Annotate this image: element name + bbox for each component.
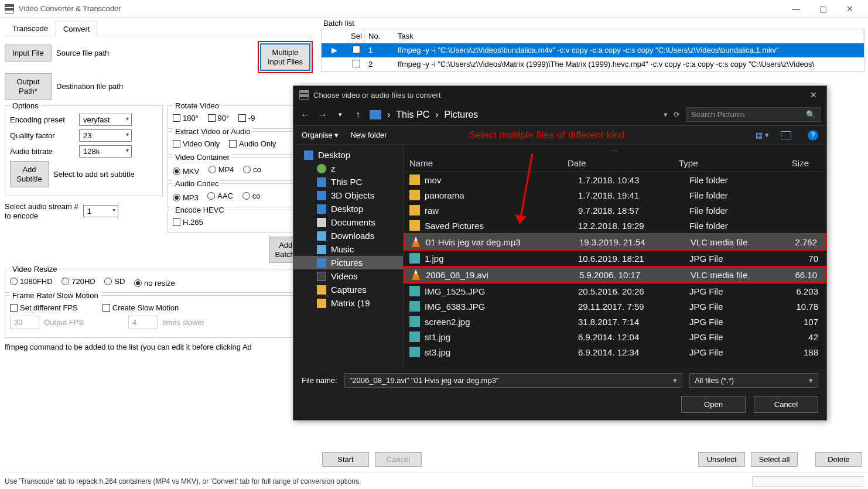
file-icon bbox=[409, 286, 420, 296]
tree-node[interactable]: Desktop bbox=[293, 148, 403, 162]
output-path-button[interactable]: Output Path* bbox=[5, 73, 52, 100]
h265-checkbox[interactable]: H.265 bbox=[173, 218, 203, 227]
multiple-input-button[interactable]: Multiple Input Files bbox=[260, 43, 310, 71]
source-path-label: Source file path bbox=[56, 49, 109, 57]
codec-co-radio[interactable]: co bbox=[242, 192, 261, 200]
container-mkv-radio[interactable]: MKV bbox=[173, 167, 199, 176]
file-row[interactable]: 01 Hvis jeg var deg.mp319.3.2019. 21:54V… bbox=[405, 234, 825, 249]
file-row[interactable]: raw9.7.2018. 18:57File folder bbox=[404, 203, 826, 218]
rotate-90-checkbox[interactable]: 90° bbox=[208, 114, 230, 122]
status-bar: Use 'Transcode' tab to repack h.264 cont… bbox=[0, 473, 868, 489]
unselect-button[interactable]: Unselect bbox=[698, 452, 745, 467]
crumb-dropdown-icon[interactable]: ▾ bbox=[664, 110, 668, 119]
file-filter-select[interactable]: All files (*.*) bbox=[689, 373, 818, 388]
container-mp4-radio[interactable]: MP4 bbox=[209, 165, 234, 174]
video-only-checkbox[interactable]: Video Only bbox=[173, 139, 220, 148]
tree-node[interactable]: Music bbox=[293, 242, 403, 256]
preview-pane-button[interactable] bbox=[781, 131, 791, 139]
tree-node[interactable]: Captures bbox=[293, 283, 403, 296]
add-subtitle-button[interactable]: Add Subtitle bbox=[10, 161, 49, 187]
file-row[interactable]: IMG_6383.JPG29.11.2017. 7:59JPG File10.7… bbox=[404, 299, 826, 314]
batch-col-task[interactable]: Task bbox=[394, 29, 864, 43]
encoding-preset-select[interactable]: veryfast bbox=[79, 114, 132, 126]
rotate-180-checkbox[interactable]: 180° bbox=[173, 114, 199, 122]
tree-node[interactable]: Videos bbox=[293, 269, 403, 283]
delete-button[interactable]: Delete bbox=[815, 452, 862, 467]
filename-input[interactable]: "2006_08_19.avi" "01 Hvis jeg var deg.mp… bbox=[344, 373, 682, 388]
file-row[interactable]: screen2.jpg31.8.2017. 7:14JPG File107 bbox=[404, 314, 826, 329]
batch-col-no[interactable]: No. bbox=[365, 29, 394, 43]
batch-col-sel[interactable]: Sel bbox=[347, 29, 365, 43]
tree-node[interactable]: Documents bbox=[293, 216, 403, 229]
resize-720-radio[interactable]: 720HD bbox=[61, 277, 95, 286]
col-size[interactable]: Size bbox=[761, 158, 821, 168]
audio-only-checkbox[interactable]: Audio Only bbox=[229, 139, 276, 148]
file-row[interactable]: st1.jpg6.9.2014. 12:04JPG File42 bbox=[404, 329, 826, 344]
tree-node[interactable]: This PC bbox=[293, 175, 403, 189]
codec-mp3-radio[interactable]: MP3 bbox=[173, 193, 199, 202]
batch-row[interactable]: 2ffmpeg -y -i "C:\Users\z\Videos\Matrix … bbox=[322, 57, 864, 71]
tree-node[interactable]: Matrix (19 bbox=[293, 296, 403, 310]
app-icon bbox=[5, 4, 14, 13]
output-fps-input[interactable] bbox=[10, 316, 39, 329]
input-file-button[interactable]: Input File bbox=[5, 45, 52, 61]
cancel-button[interactable]: Cancel bbox=[375, 452, 422, 467]
set-fps-checkbox[interactable]: Set different FPS bbox=[10, 303, 78, 312]
minimize-button[interactable]: — bbox=[782, 0, 809, 18]
tab-transcode[interactable]: Transcode bbox=[5, 21, 56, 36]
nav-recent-button[interactable]: ▾ bbox=[334, 111, 346, 118]
file-row[interactable]: 1.jpg10.6.2019. 18:21JPG File70 bbox=[404, 251, 826, 266]
audio-bitrate-select[interactable]: 128k bbox=[79, 145, 132, 158]
dialog-close-button[interactable]: ✕ bbox=[807, 90, 821, 100]
col-name[interactable]: Name bbox=[409, 158, 568, 168]
quality-factor-select[interactable]: 23 bbox=[79, 129, 132, 142]
nav-back-button[interactable]: ← bbox=[299, 110, 311, 120]
folder-tree[interactable]: DesktopzThis PC3D ObjectsDesktopDocument… bbox=[293, 145, 404, 367]
resize-none-radio[interactable]: no resize bbox=[134, 279, 175, 288]
file-row[interactable]: mov1.7.2018. 10:43File folder bbox=[404, 172, 826, 187]
scroll-up-hint[interactable]: ︿ bbox=[404, 145, 826, 155]
batch-row[interactable]: ▶1ffmpeg -y -i "C:\Users\z\Videos\bundal… bbox=[322, 43, 864, 57]
tree-node[interactable]: Desktop bbox=[293, 202, 403, 216]
file-row[interactable]: st3.jpg6.9.2014. 12:34JPG File188 bbox=[404, 344, 826, 360]
start-button[interactable]: Start bbox=[322, 452, 369, 467]
maximize-button[interactable]: ▢ bbox=[809, 0, 836, 18]
options-fieldset: Options Encoding preset veryfast Quality… bbox=[5, 105, 163, 196]
new-folder-button[interactable]: New folder bbox=[350, 131, 387, 139]
file-row[interactable]: panorama1.7.2018. 19:41File folder bbox=[404, 187, 826, 203]
refresh-icon[interactable]: ⟳ bbox=[674, 110, 680, 119]
tree-node[interactable]: Pictures bbox=[293, 256, 403, 269]
resize-sd-radio[interactable]: SD bbox=[104, 277, 125, 286]
nav-up-button[interactable]: ↑ bbox=[352, 110, 364, 120]
audio-bitrate-label: Audio bitrate bbox=[10, 147, 74, 156]
quality-factor-label: Quality factor bbox=[10, 131, 74, 140]
col-type[interactable]: Type bbox=[679, 158, 761, 168]
resize-1080-radio[interactable]: 1080FHD bbox=[10, 277, 53, 286]
organise-menu[interactable]: Organise ▾ bbox=[302, 131, 339, 139]
container-co-radio[interactable]: co bbox=[243, 165, 261, 174]
close-button[interactable]: ✕ bbox=[836, 0, 863, 18]
dialog-cancel-button[interactable]: Cancel bbox=[754, 396, 818, 413]
search-input[interactable]: Search Pictures 🔍 bbox=[686, 107, 821, 122]
times-slower-input[interactable] bbox=[128, 316, 158, 329]
nav-forward-button[interactable]: → bbox=[317, 110, 329, 120]
view-mode-button[interactable]: ▤ ▾ bbox=[756, 131, 769, 139]
slow-motion-checkbox[interactable]: Create Slow Motion bbox=[102, 303, 179, 312]
breadcrumb[interactable]: › This PC › Pictures bbox=[370, 110, 658, 120]
tree-node[interactable]: z bbox=[293, 162, 403, 175]
tree-node[interactable]: 3D Objects bbox=[293, 189, 403, 202]
codec-aac-radio[interactable]: AAC bbox=[207, 192, 233, 200]
open-button[interactable]: Open bbox=[681, 396, 746, 413]
selectall-button[interactable]: Select all bbox=[751, 452, 798, 467]
help-icon[interactable]: ? bbox=[808, 130, 818, 141]
file-list[interactable]: ︿ Name Date Type Size mov1.7.2018. 10:43… bbox=[404, 145, 826, 367]
tree-node[interactable]: Downloads bbox=[293, 229, 403, 242]
audio-stream-select[interactable]: 1 bbox=[83, 205, 118, 217]
file-row[interactable]: IMG_1525.JPG20.5.2016. 20:26JPG File6.20… bbox=[404, 283, 826, 299]
status-box bbox=[752, 476, 863, 487]
file-row[interactable]: 2006_08_19.avi5.9.2006. 10:17VLC media f… bbox=[405, 267, 825, 282]
tab-convert[interactable]: Convert bbox=[56, 22, 98, 36]
rotate-m90-checkbox[interactable]: -9 bbox=[238, 114, 255, 122]
file-row[interactable]: Saved Pictures12.2.2018. 19:29File folde… bbox=[404, 218, 826, 233]
col-date[interactable]: Date bbox=[568, 158, 679, 168]
